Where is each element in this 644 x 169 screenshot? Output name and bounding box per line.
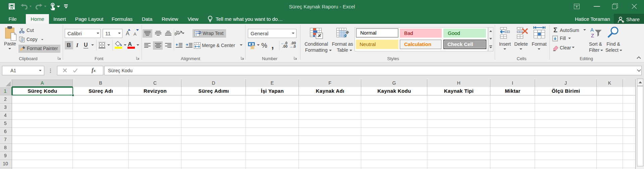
svg-text:Z: Z [591,33,594,38]
svg-text:A: A [590,27,594,33]
